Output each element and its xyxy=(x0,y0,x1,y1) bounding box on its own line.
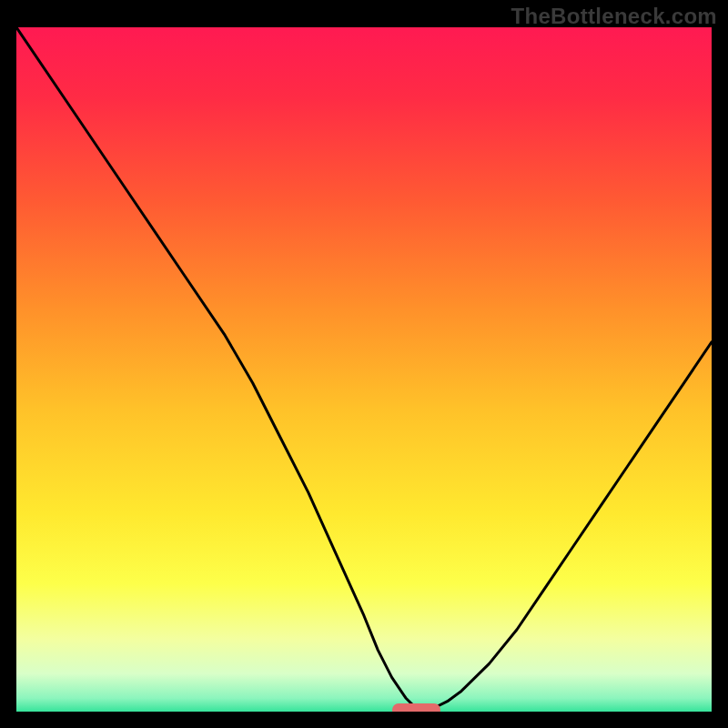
optimal-range-marker xyxy=(392,703,440,712)
chart-frame: TheBottleneck.com xyxy=(0,0,728,728)
plot-area xyxy=(16,27,712,712)
watermark-text: TheBottleneck.com xyxy=(511,4,717,29)
bottleneck-curve xyxy=(16,27,712,712)
